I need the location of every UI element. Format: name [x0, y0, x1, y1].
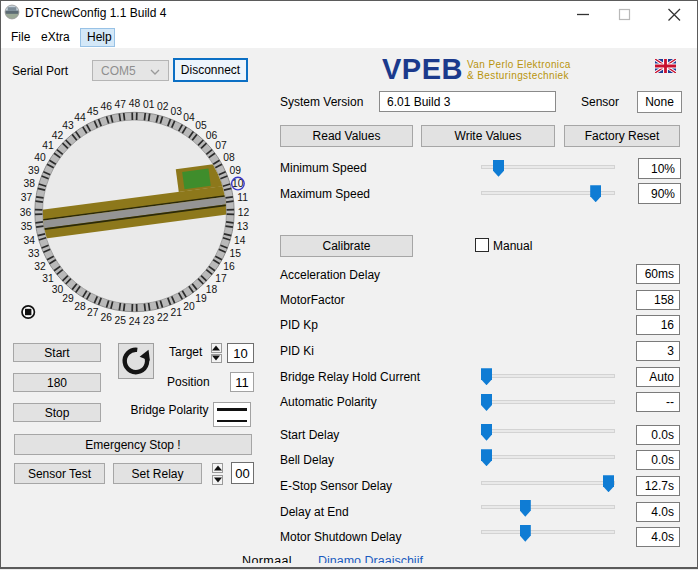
svg-text:22: 22	[157, 312, 169, 323]
svg-text:20: 20	[183, 301, 195, 312]
svg-text:25: 25	[115, 315, 127, 326]
svg-text:38: 38	[23, 178, 35, 189]
svg-text:13: 13	[237, 221, 249, 232]
svg-text:30: 30	[52, 284, 64, 295]
svg-text:29: 29	[62, 293, 74, 304]
svg-text:37: 37	[21, 192, 33, 203]
svg-text:09: 09	[229, 165, 241, 176]
svg-text:36: 36	[20, 207, 32, 218]
svg-text:08: 08	[223, 152, 235, 163]
svg-text:02: 02	[157, 101, 169, 112]
svg-text:26: 26	[101, 312, 113, 323]
svg-text:06: 06	[206, 130, 218, 141]
svg-text:44: 44	[74, 112, 86, 123]
svg-text:16: 16	[223, 261, 235, 272]
svg-text:42: 42	[52, 130, 64, 141]
svg-text:19: 19	[195, 293, 207, 304]
svg-text:45: 45	[87, 106, 99, 117]
svg-text:35: 35	[21, 221, 33, 232]
svg-text:46: 46	[101, 101, 113, 112]
svg-text:01: 01	[143, 99, 155, 110]
svg-text:11: 11	[237, 192, 248, 203]
svg-text:15: 15	[229, 248, 241, 259]
svg-text:33: 33	[28, 248, 40, 259]
svg-text:32: 32	[34, 261, 46, 272]
svg-text:39: 39	[28, 165, 40, 176]
svg-text:12: 12	[238, 207, 250, 218]
svg-text:24: 24	[129, 316, 141, 327]
svg-text:18: 18	[206, 284, 218, 295]
svg-text:07: 07	[215, 140, 227, 151]
svg-text:04: 04	[183, 112, 195, 123]
svg-text:48: 48	[129, 98, 141, 109]
svg-text:28: 28	[74, 301, 86, 312]
svg-text:27: 27	[87, 307, 99, 318]
svg-text:23: 23	[143, 315, 155, 326]
svg-text:34: 34	[23, 235, 35, 246]
svg-text:14: 14	[234, 235, 246, 246]
svg-text:41: 41	[42, 140, 54, 151]
svg-text:47: 47	[115, 99, 127, 110]
svg-text:21: 21	[170, 307, 182, 318]
svg-text:40: 40	[34, 152, 46, 163]
svg-text:43: 43	[62, 120, 74, 131]
svg-text:31: 31	[42, 273, 54, 284]
svg-text:17: 17	[215, 273, 227, 284]
svg-text:03: 03	[170, 106, 182, 117]
